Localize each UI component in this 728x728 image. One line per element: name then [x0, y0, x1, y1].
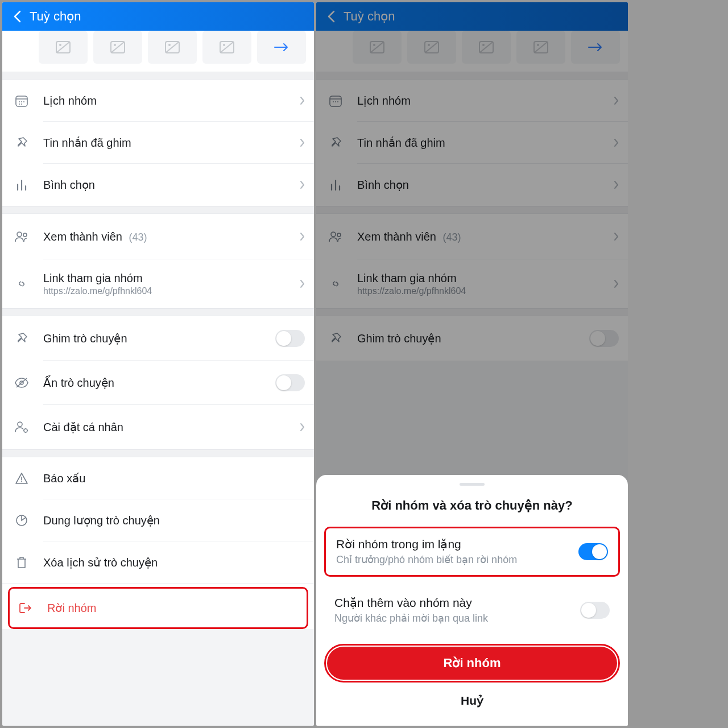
row-label: Báo xấu	[43, 471, 305, 485]
row-hide-chat[interactable]: Ẩn trò chuyện	[2, 361, 314, 405]
row-label: Xem thành viên (43)	[43, 230, 295, 243]
media-thumb[interactable]	[148, 31, 197, 64]
media-thumb[interactable]	[93, 31, 142, 64]
leave-sheet: Rời nhóm và xóa trò chuyện này? Rời nhóm…	[316, 475, 628, 726]
media-more-button[interactable]	[257, 31, 306, 64]
row-label: Cài đặt cá nhân	[43, 420, 295, 434]
image-placeholder-icon	[220, 41, 234, 53]
members-count: (43)	[129, 231, 147, 243]
media-section	[2, 31, 314, 72]
svg-point-10	[21, 101, 22, 102]
trash-icon	[15, 556, 28, 569]
section-members: Xem thành viên (43) Link tham gia nhóm h…	[2, 214, 314, 308]
svg-point-14	[17, 232, 22, 237]
sheet-option-sub: Chỉ trưởng/phó nhóm biết bạn rời nhóm	[336, 553, 578, 566]
page-title: Tuỳ chọn	[30, 9, 81, 24]
chevron-right-icon	[300, 138, 305, 147]
row-label: Lịch nhóm	[43, 94, 295, 107]
row-pinned[interactable]: Tin nhắn đã ghim	[2, 122, 314, 164]
row-label: Rời nhóm	[47, 601, 301, 615]
row-label: Xóa lịch sử trò chuyện	[43, 556, 305, 569]
row-label: Tin nhắn đã ghim	[43, 136, 295, 150]
svg-point-5	[168, 44, 171, 46]
poll-icon	[15, 179, 28, 191]
sheet-option-label: Chặn thêm vào nhóm này	[334, 596, 580, 610]
group-divider	[2, 308, 314, 316]
row-label: Dung lượng trò chuyện	[43, 514, 305, 527]
row-report[interactable]: Báo xấu	[2, 457, 314, 499]
calendar-icon	[15, 94, 28, 107]
chevron-right-icon	[300, 232, 305, 241]
user-gear-icon	[14, 421, 29, 433]
screen-left: Tuỳ chọn Lịch nhóm Tin nhắn đã ghim Bình…	[2, 2, 314, 726]
sheet-grabber[interactable]	[460, 483, 485, 486]
svg-point-9	[19, 101, 20, 102]
group-divider	[2, 449, 314, 457]
chevron-right-icon	[300, 96, 305, 105]
row-clear[interactable]: Xóa lịch sử trò chuyện	[2, 541, 314, 584]
svg-point-1	[59, 44, 61, 46]
row-storage[interactable]: Dung lượng trò chuyện	[2, 499, 314, 541]
svg-point-19	[21, 481, 22, 482]
sheet-option-label: Rời nhóm trong im lặng	[336, 537, 578, 551]
image-placeholder-icon	[165, 41, 180, 53]
row-poll[interactable]: Bình chọn	[2, 164, 314, 206]
pie-icon	[15, 514, 28, 527]
row-personal[interactable]: Cài đặt cá nhân	[2, 405, 314, 449]
link-url: https://zalo.me/g/pfhnkl604	[43, 286, 295, 296]
silent-toggle[interactable]	[578, 543, 608, 560]
media-strip	[2, 31, 314, 72]
back-button[interactable]	[7, 6, 27, 27]
leave-icon	[19, 602, 32, 614]
block-toggle[interactable]	[580, 602, 610, 619]
row-calendar[interactable]: Lịch nhóm	[2, 80, 314, 122]
section-chat-settings: Ghim trò chuyện Ẩn trò chuyện Cài đặt cá…	[2, 316, 314, 449]
image-placeholder-icon	[56, 41, 71, 53]
link-icon	[15, 277, 28, 291]
group-divider	[2, 72, 314, 80]
pin-icon	[15, 332, 28, 345]
eye-off-icon	[14, 377, 29, 388]
pin-chat-toggle[interactable]	[275, 330, 305, 347]
row-label: Ghim trò chuyện	[43, 332, 275, 345]
leave-button-highlight: Rời nhóm	[324, 644, 620, 682]
row-label: Ẩn trò chuyện	[43, 376, 275, 390]
image-placeholder-icon	[110, 41, 125, 53]
svg-point-17	[18, 422, 22, 427]
svg-point-7	[223, 44, 225, 46]
warning-icon	[15, 472, 28, 485]
svg-point-18	[24, 429, 27, 432]
row-label: Link tham gia nhóm	[43, 272, 295, 285]
media-thumb[interactable]	[39, 31, 88, 64]
group-divider	[2, 206, 314, 214]
row-leave[interactable]: Rời nhóm	[8, 587, 308, 629]
leave-button[interactable]: Rời nhóm	[327, 647, 617, 680]
pin-icon	[15, 136, 28, 149]
row-members[interactable]: Xem thành viên (43)	[2, 214, 314, 259]
svg-point-12	[19, 104, 20, 105]
row-link[interactable]: Link tham gia nhóm https://zalo.me/g/pfh…	[2, 259, 314, 308]
media-thumb[interactable]	[202, 31, 251, 64]
chevron-left-icon	[13, 10, 21, 23]
svg-point-11	[23, 101, 24, 102]
svg-point-15	[23, 233, 27, 237]
chevron-right-icon	[300, 423, 305, 432]
svg-point-3	[114, 44, 116, 46]
sheet-title: Rời nhóm và xóa trò chuyện này?	[316, 498, 628, 513]
cancel-button[interactable]: Huỷ	[316, 694, 628, 708]
sheet-option-silent[interactable]: Rời nhóm trong im lặng Chỉ trưởng/phó nh…	[324, 527, 620, 577]
section-schedule: Lịch nhóm Tin nhắn đã ghim Bình chọn	[2, 80, 314, 206]
hide-chat-toggle[interactable]	[275, 374, 305, 391]
chevron-right-icon	[300, 279, 305, 288]
chevron-right-icon	[300, 180, 305, 189]
sheet-option-block[interactable]: Chặn thêm vào nhóm này Người khác phải m…	[324, 587, 620, 634]
row-label: Bình chọn	[43, 178, 295, 192]
sheet-option-sub: Người khác phải mời bạn qua link	[334, 612, 580, 624]
arrow-right-icon	[274, 43, 289, 52]
section-actions: Báo xấu Dung lượng trò chuyện Xóa lịch s…	[2, 457, 314, 629]
header-bar: Tuỳ chọn	[2, 2, 314, 31]
people-icon	[14, 230, 29, 243]
svg-point-13	[21, 104, 22, 105]
screen-right: Tuỳ chọn Lịch nhóm Tin nhắn đã ghim Bình…	[316, 2, 628, 726]
row-pin-chat[interactable]: Ghim trò chuyện	[2, 316, 314, 361]
